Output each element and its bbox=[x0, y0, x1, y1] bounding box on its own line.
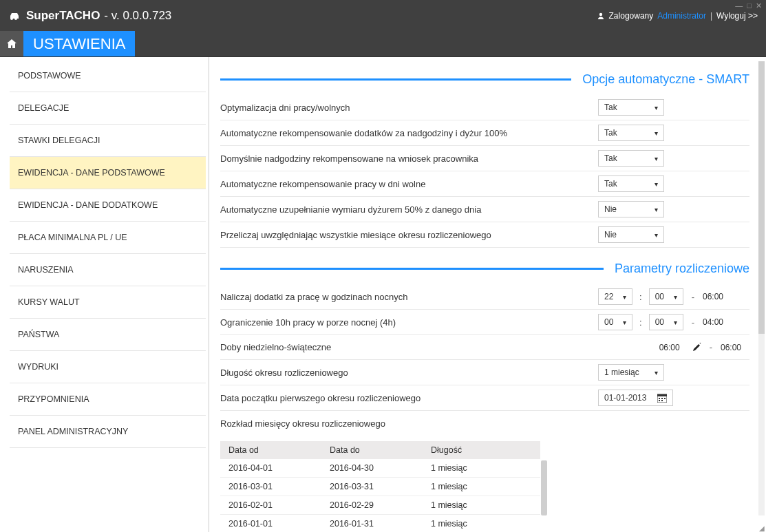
calendar-icon[interactable] bbox=[657, 394, 667, 403]
maximize-icon[interactable]: □ bbox=[747, 1, 752, 10]
smart-row-4: Automatyczne uzupełnianie wymiaru dyżure… bbox=[220, 197, 749, 222]
header-secondary: USTAWIENIA bbox=[0, 31, 766, 57]
main-scrollbar[interactable] bbox=[758, 61, 765, 515]
title-bar: SuperTACHO - v. 0.0.0.723 Zalogowany Adm… bbox=[0, 0, 766, 31]
table-header: Data od Data do Długość bbox=[220, 441, 540, 459]
home-button[interactable] bbox=[0, 31, 23, 56]
svg-rect-7 bbox=[661, 400, 663, 401]
smart-row-0: Optymalizacja dni pracy/wolnychTak▾ bbox=[220, 95, 749, 120]
page-title: USTAWIENIA bbox=[23, 31, 135, 56]
smart-row-3: Automatyczne rekompensowanie pracy w dni… bbox=[220, 171, 749, 197]
sidebar-item-6[interactable]: NARUSZENIA bbox=[10, 254, 206, 286]
user-icon bbox=[597, 12, 605, 20]
smart-select-1[interactable]: Tak▾ bbox=[598, 125, 664, 141]
row-start-date: Data początku pierwszego okresu rozlicze… bbox=[220, 385, 749, 411]
sidebar-item-5[interactable]: PŁACA MINIMALNA PL / UE bbox=[10, 222, 206, 254]
night-end-time: 06:00 bbox=[703, 292, 732, 301]
section-header-smart: Opcje automatyczne - SMART bbox=[220, 72, 749, 87]
close-icon[interactable]: ✕ bbox=[756, 1, 762, 10]
smart-select-3[interactable]: Tak▾ bbox=[598, 175, 664, 192]
username[interactable]: Administrator bbox=[657, 11, 706, 21]
section-header-params: Parametry rozliczeniowe bbox=[220, 262, 749, 276]
row-period-length: Długość okresu rozliczeniowego 1 miesiąc… bbox=[220, 360, 749, 385]
main-content: Opcje automatyczne - SMART Optymalizacja… bbox=[209, 57, 766, 532]
resize-grip-icon[interactable]: ◢ bbox=[759, 526, 765, 531]
period-length-select[interactable]: 1 miesiąc▾ bbox=[598, 364, 664, 381]
sidebar-item-3[interactable]: EWIDENCJA - DANE PODSTAWOWE bbox=[10, 157, 206, 189]
svg-rect-4 bbox=[661, 398, 663, 399]
sidebar-item-2[interactable]: STAWKI DELEGACJI bbox=[10, 125, 206, 157]
edit-icon[interactable] bbox=[692, 343, 701, 352]
start-date-input[interactable]: 01-01-2013 bbox=[598, 390, 673, 406]
sidebar-item-7[interactable]: KURSY WALUT bbox=[10, 286, 206, 319]
schedule-table: Data od Data do Długość 2016-04-012016-0… bbox=[220, 441, 540, 532]
sidebar-item-9[interactable]: WYDRUKI bbox=[10, 351, 206, 383]
night-hour-select[interactable]: 22▾ bbox=[598, 288, 632, 305]
app-title: SuperTACHO - v. 0.0.0.723 bbox=[26, 9, 171, 23]
sidebar-item-0[interactable]: PODSTAWOWE bbox=[10, 60, 206, 92]
car-icon bbox=[8, 11, 21, 21]
holiday-start-time: 06:00 bbox=[659, 343, 688, 352]
smart-select-0[interactable]: Tak▾ bbox=[598, 99, 664, 116]
table-row[interactable]: 2016-03-012016-03-311 miesiąc bbox=[220, 478, 540, 496]
limit-hour-select[interactable]: 00▾ bbox=[598, 314, 632, 330]
row-limit-10h: Ograniczenie 10h pracy w porze nocnej (4… bbox=[220, 310, 749, 335]
smart-row-1: Automatyczne rekompensowanie dodatków za… bbox=[220, 120, 749, 146]
svg-rect-6 bbox=[659, 400, 660, 401]
svg-rect-5 bbox=[664, 398, 666, 399]
minimize-icon[interactable]: — bbox=[735, 1, 743, 10]
row-holiday: Doby niedzielno-świąteczne 06:00 - 06:00 bbox=[220, 335, 749, 360]
smart-select-4[interactable]: Nie▾ bbox=[598, 201, 664, 217]
limit-end-time: 04:00 bbox=[703, 317, 732, 327]
sidebar: PODSTAWOWEDELEGACJESTAWKI DELEGACJIEWIDE… bbox=[0, 57, 209, 532]
row-schedule: Rozkład miesięcy okresu rozliczeniowego bbox=[220, 411, 749, 436]
row-night-hours: Naliczaj dodatki za pracę w godzinach no… bbox=[220, 284, 749, 310]
logout-link[interactable]: Wyloguj >> bbox=[716, 11, 758, 21]
svg-rect-2 bbox=[657, 394, 667, 396]
night-min-select[interactable]: 00▾ bbox=[649, 288, 683, 305]
smart-row-2: Domyślnie nadgodziny rekompensowane na w… bbox=[220, 146, 749, 171]
limit-min-select[interactable]: 00▾ bbox=[649, 314, 683, 330]
smart-select-2[interactable]: Tak▾ bbox=[598, 150, 664, 167]
table-row[interactable]: 2016-02-012016-02-291 miesiąc bbox=[220, 496, 540, 515]
sidebar-item-8[interactable]: PAŃSTWA bbox=[10, 319, 206, 351]
svg-point-0 bbox=[599, 12, 602, 15]
sidebar-item-10[interactable]: PRZYPOMNIENIA bbox=[10, 383, 206, 416]
table-row[interactable]: 2016-04-012016-04-301 miesiąc bbox=[220, 459, 540, 478]
window-controls: — □ ✕ bbox=[735, 1, 762, 10]
table-row[interactable]: 2016-01-012016-01-311 miesiąc bbox=[220, 515, 540, 532]
table-scrollbar[interactable] bbox=[541, 460, 547, 515]
logged-label: Zalogowany bbox=[609, 11, 654, 21]
holiday-end-time: 06:00 bbox=[721, 343, 749, 352]
svg-rect-3 bbox=[659, 398, 660, 399]
sidebar-item-11[interactable]: PANEL ADMINISTRACYJNY bbox=[10, 416, 206, 448]
sidebar-item-4[interactable]: EWIDENCJA - DANE DODATKOWE bbox=[10, 189, 206, 222]
sidebar-item-1[interactable]: DELEGACJE bbox=[10, 92, 206, 125]
smart-row-5: Przeliczaj uwzględniając wszystkie miesi… bbox=[220, 222, 749, 248]
smart-select-5[interactable]: Nie▾ bbox=[598, 226, 664, 243]
